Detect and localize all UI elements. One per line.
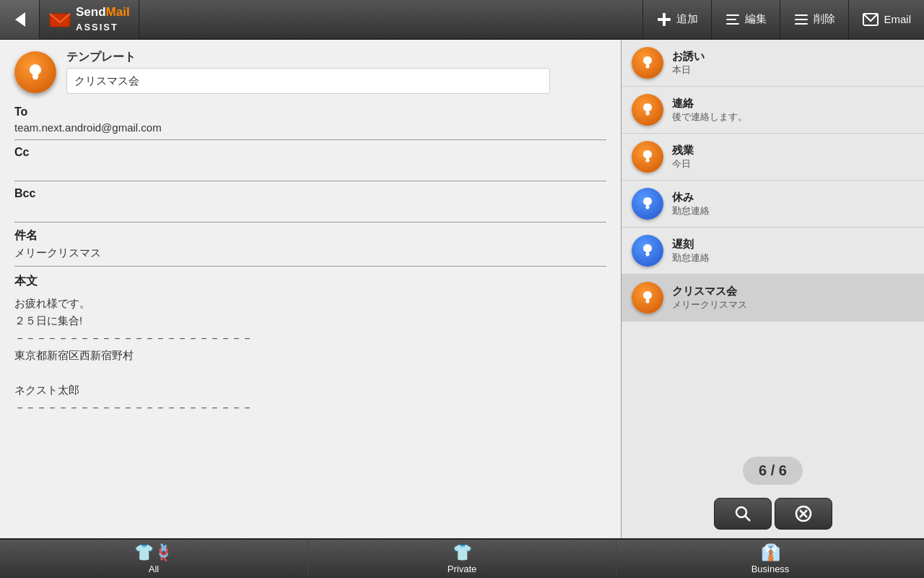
svg-rect-21 [645,254,650,255]
template-item-sub-4: 勤怠連絡 [672,204,710,217]
svg-rect-23 [645,301,650,302]
template-item-sub-6: メリークリスマス [672,298,747,311]
template-item-text-5: 遅刻勤怠連絡 [672,238,710,264]
template-item-3[interactable]: 残業今日 [622,134,924,181]
svg-rect-16 [646,114,649,116]
svg-rect-9 [795,23,808,25]
template-item-text-6: クリスマス会メリークリスマス [672,285,747,311]
template-item-icon-5 [632,235,663,267]
back-button[interactable] [0,0,40,39]
add-button[interactable]: 追加 [642,0,711,39]
svg-marker-0 [15,12,25,27]
edit-button[interactable]: 編集 [711,0,780,39]
template-item-text-1: お誘い本日 [672,50,705,77]
delete-label: 削除 [814,12,835,26]
template-item-title-5: 遅刻 [672,238,710,251]
svg-rect-14 [646,67,649,69]
template-item-icon-2 [632,94,663,126]
email-label: Email [884,13,911,25]
template-item-1[interactable]: お誘い本日 [622,40,924,87]
search-button[interactable] [714,498,772,530]
svg-rect-11 [32,76,38,78]
clear-button[interactable] [775,498,832,530]
svg-rect-13 [645,66,650,67]
svg-rect-3 [658,18,671,21]
svg-rect-5 [726,19,736,20]
template-item-6[interactable]: クリスマス会メリークリスマス [622,275,924,322]
subject-label: 件名 [14,228,606,243]
template-item-title-6: クリスマス会 [672,285,747,298]
template-item-icon-1 [632,47,663,79]
bcc-label: Bcc [14,187,606,200]
bcc-value[interactable] [14,202,606,217]
template-item-icon-6 [632,282,663,314]
svg-rect-18 [646,161,649,163]
subject-field-row: 件名 メリークリスマス [14,224,606,267]
body-label: 本文 [14,274,606,289]
template-item-text-4: 休み勤怠連絡 [672,191,710,217]
template-icon [14,51,56,93]
svg-line-26 [745,516,750,521]
to-label: To [14,105,606,118]
template-item-title-3: 残業 [672,144,694,158]
template-list: お誘い本日 連絡後で連絡します。 残業今日 休み勤怠連絡 遅刻勤怠連絡 クリスマ… [622,40,924,449]
tab-business[interactable]: 👔 Business [616,540,924,578]
svg-rect-6 [726,23,739,25]
page-badge: 6 / 6 [743,457,803,485]
cc-label: Cc [14,146,606,159]
tab-business-label: Business [751,564,790,574]
to-field-row: To team.next.android@gmail.com [14,101,606,140]
email-button[interactable]: Email [848,0,924,39]
cc-field-row: Cc [14,142,606,181]
svg-point-25 [736,507,746,517]
edit-label: 編集 [745,12,767,26]
subject-value[interactable]: メリークリスマス [14,245,606,262]
body-content[interactable]: お疲れ様です。 ２５日に集合! －－－－－－－－－－－－－－－－－－－－－－ 東… [14,295,606,416]
svg-rect-22 [646,255,649,256]
cc-value[interactable] [14,160,606,176]
delete-button[interactable]: 削除 [780,0,848,39]
tab-private-label: Private [448,564,476,574]
svg-rect-15 [645,113,650,114]
template-item-4[interactable]: 休み勤怠連絡 [622,181,924,228]
add-label: 追加 [676,12,698,26]
tab-private[interactable]: 👕 Private [308,540,616,578]
template-item-icon-4 [632,188,663,220]
to-value[interactable]: team.next.android@gmail.com [14,120,606,135]
app-logo: SendMailASSIST [40,0,139,39]
svg-rect-19 [645,207,650,208]
template-label: テンプレート [66,50,550,65]
template-item-title-2: 連絡 [672,97,747,111]
template-item-title-4: 休み [672,191,710,204]
svg-rect-17 [645,160,650,161]
template-item-title-1: お誘い [672,50,705,64]
svg-rect-7 [795,14,808,16]
svg-rect-4 [726,14,739,16]
template-item-2[interactable]: 連絡後で連絡します。 [622,87,924,134]
template-item-sub-5: 勤怠連絡 [672,251,710,264]
template-input[interactable]: クリスマス会 [66,68,550,94]
template-item-icon-3 [632,141,663,173]
svg-rect-12 [33,78,38,79]
bcc-field-row: Bcc [14,183,606,223]
svg-rect-8 [795,19,808,20]
template-item-5[interactable]: 遅刻勤怠連絡 [622,228,924,275]
template-item-text-2: 連絡後で連絡します。 [672,97,747,124]
tab-all-label: All [149,564,159,574]
body-section: 本文 お疲れ様です。 ２５日に集合! －－－－－－－－－－－－－－－－－－－－－… [14,268,606,422]
logo-text: SendMailASSIST [76,5,130,34]
template-item-sub-3: 今日 [672,158,694,171]
template-item-sub-1: 本日 [672,64,705,77]
template-item-sub-2: 後で連絡します。 [672,111,747,124]
svg-rect-20 [646,208,649,210]
template-item-text-3: 残業今日 [672,144,694,171]
tab-all[interactable]: 👕🪢 All [0,540,308,578]
svg-rect-24 [646,302,649,303]
